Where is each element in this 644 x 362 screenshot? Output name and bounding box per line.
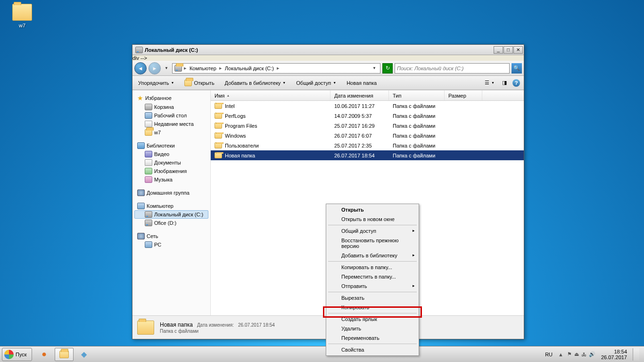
desktop-icon-w7[interactable]: w7	[6, 4, 39, 28]
organize-menu[interactable]: Упорядочить ▼	[136, 79, 176, 87]
sidebar-network[interactable]: Сеть	[134, 232, 208, 240]
search-button[interactable]: 🔍	[512, 63, 522, 74]
column-header-name[interactable]: Имя▲	[211, 90, 330, 100]
sidebar-item-music[interactable]: Музыка	[134, 175, 208, 184]
file-date: 25.07.2017 2:35	[330, 143, 389, 148]
sidebar-libraries[interactable]: Библиотеки	[134, 141, 208, 150]
file-row[interactable]: Program Files25.07.2017 16:29Папка с фай…	[211, 121, 524, 131]
video-icon	[145, 151, 152, 157]
safely-remove-icon[interactable]: ⏏	[574, 351, 579, 357]
explorer-window: Локальный диск (C:) _ □ ✕ div --> ◄ ► ▼ …	[132, 44, 524, 339]
ctx-open-new-window[interactable]: Открыть в новом окне	[327, 214, 418, 224]
open-button[interactable]: Открыть	[182, 79, 216, 87]
ctx-cut[interactable]: Вырезать	[327, 293, 418, 303]
folder-icon	[215, 123, 222, 129]
titlebar[interactable]: Локальный диск (C:) _ □ ✕	[132, 45, 524, 55]
address-dropdown[interactable]: ▼	[371, 66, 378, 70]
language-indicator[interactable]: RU	[543, 351, 554, 358]
desktop-icon-label: w7	[6, 23, 39, 28]
breadcrumb-root[interactable]: Компьютер	[189, 66, 217, 71]
ctx-move-to-folder[interactable]: Переместить в папку...	[327, 272, 418, 281]
drive-icon	[135, 47, 143, 53]
sidebar-item-w7[interactable]: w7	[134, 128, 208, 137]
document-icon	[145, 159, 152, 166]
file-name: Новая папка	[225, 153, 255, 158]
ctx-properties[interactable]: Свойства	[327, 345, 418, 354]
taskbar-app[interactable]: ◆	[74, 348, 93, 361]
refresh-button[interactable]: ↻	[382, 63, 393, 74]
file-name: Пользователи	[225, 143, 259, 148]
search-box[interactable]	[395, 63, 510, 74]
ctx-add-to-library[interactable]: Добавить в библиотеку	[327, 251, 418, 260]
drive-icon	[145, 220, 152, 226]
folder-icon	[215, 103, 222, 109]
folder-icon	[215, 132, 222, 139]
ctx-copy[interactable]: Копировать	[327, 303, 418, 312]
column-header-date[interactable]: Дата изменения	[330, 90, 389, 100]
sidebar-item-drive-d[interactable]: Ofice (D:)	[134, 219, 208, 227]
maximize-button[interactable]: □	[504, 46, 513, 54]
preview-pane-button[interactable]: ◨	[500, 79, 509, 87]
sidebar-item-desktop[interactable]: Рабочий стол	[134, 111, 208, 120]
new-folder-button[interactable]: Новая папка	[345, 79, 379, 87]
taskbar-explorer[interactable]	[55, 348, 74, 361]
column-header-size[interactable]: Размер	[445, 90, 482, 100]
breadcrumb-current[interactable]: Локальный диск (C:)	[224, 66, 275, 71]
computer-icon	[137, 203, 145, 209]
start-button[interactable]: Пуск	[2, 348, 32, 361]
tray-icons: ⚑ ⏏ 🖧 🔊	[567, 351, 595, 357]
ctx-share[interactable]: Общий доступ	[327, 226, 418, 236]
view-options-button[interactable]: ☰ ▼	[483, 79, 496, 87]
sidebar-item-documents[interactable]: Документы	[134, 158, 208, 167]
help-icon[interactable]: ?	[512, 79, 520, 87]
address-bar[interactable]: ▸ Компьютер ▸ Локальный диск (C:) ▸ ▼	[172, 63, 380, 74]
homegroup-icon	[137, 189, 145, 196]
sidebar-item-recycle-bin[interactable]: Корзина	[134, 103, 208, 111]
sidebar-item-recent[interactable]: Недавние места	[134, 120, 208, 128]
folder-icon	[215, 113, 222, 119]
ctx-delete[interactable]: Удалить	[327, 324, 418, 333]
clock[interactable]: 18:54 26.07.2017	[599, 349, 629, 360]
column-headers: Имя▲ Дата изменения Тип Размер	[211, 90, 524, 101]
back-button[interactable]: ◄	[134, 62, 147, 74]
ctx-open[interactable]: Открыть	[327, 205, 418, 214]
file-row[interactable]: Пользователи25.07.2017 2:35Папка с файла…	[211, 140, 524, 150]
sidebar-item-drive-c[interactable]: Локальный диск (C:)	[134, 210, 208, 219]
action-center-icon[interactable]: ⚑	[567, 351, 572, 357]
sidebar-homegroup[interactable]: Домашняя группа	[134, 189, 208, 197]
file-row[interactable]: PerfLogs14.07.2009 5:37Папка с файлами	[211, 111, 524, 121]
navigation-bar: ◄ ► ▼ ▸ Компьютер ▸ Локальный диск (C:) …	[132, 61, 524, 76]
image-icon	[145, 168, 152, 174]
forward-button[interactable]: ►	[149, 62, 161, 74]
ctx-create-shortcut[interactable]: Создать ярлык	[327, 314, 418, 324]
folder-icon	[145, 129, 152, 136]
file-row[interactable]: Новая папка26.07.2017 18:54Папка с файла…	[211, 150, 524, 160]
add-to-library-menu[interactable]: Добавить в библиотеку ▼	[223, 79, 288, 87]
details-meta-label: Дата изменения:	[197, 322, 234, 328]
folder-icon	[12, 4, 32, 21]
ctx-copy-to-folder[interactable]: Копировать в папку...	[327, 263, 418, 272]
volume-icon[interactable]: 🔊	[589, 351, 595, 357]
tray-expand-icon[interactable]: ▲	[558, 352, 563, 357]
sidebar-item-pc[interactable]: PC	[134, 240, 208, 249]
close-button[interactable]: ✕	[513, 46, 523, 54]
file-row[interactable]: Windows26.07.2017 6:07Папка с файлами	[211, 131, 524, 140]
sidebar-item-video[interactable]: Видео	[134, 150, 208, 158]
network-icon[interactable]: 🖧	[581, 352, 586, 357]
ctx-restore-version[interactable]: Восстановить прежнюю версию	[327, 236, 418, 251]
sidebar-favorites[interactable]: ★Избранное	[134, 93, 208, 103]
share-menu[interactable]: Общий доступ ▼	[294, 79, 338, 87]
column-header-type[interactable]: Тип	[389, 90, 445, 100]
minimize-button[interactable]: _	[494, 46, 503, 54]
history-dropdown[interactable]: ▼	[163, 66, 170, 70]
file-row[interactable]: Intel10.06.2017 11:27Папка с файлами	[211, 101, 524, 111]
search-input[interactable]	[395, 66, 509, 71]
ctx-rename[interactable]: Переименовать	[327, 333, 418, 343]
sidebar-computer[interactable]: Компьютер	[134, 202, 208, 210]
file-date: 14.07.2009 5:37	[330, 113, 389, 119]
sidebar-item-images[interactable]: Изображения	[134, 167, 208, 175]
ctx-send-to[interactable]: Отправить	[327, 281, 418, 291]
taskbar-firefox[interactable]: ●	[35, 348, 54, 361]
show-desktop-button[interactable]	[633, 348, 639, 361]
music-icon	[145, 176, 152, 183]
